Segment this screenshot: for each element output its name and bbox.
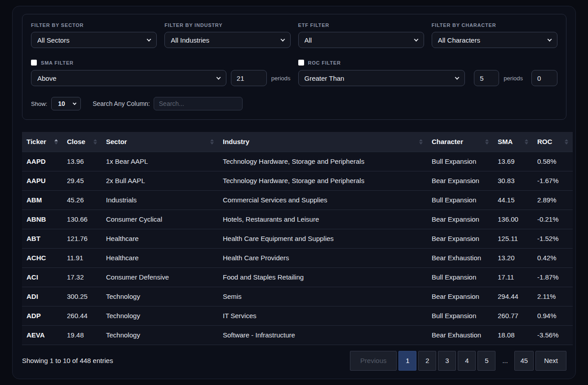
cell-close: 13.96 <box>62 152 102 171</box>
cell-sma: 30.83 <box>493 171 533 190</box>
cell-character: Bull Expansion <box>427 267 493 287</box>
sector-filter-group: FILTER BY SECTOR All Sectors <box>31 22 157 48</box>
table-row[interactable]: ADP260.44TechnologyIT ServicesBull Expan… <box>22 306 573 325</box>
filter-row-dropdowns: FILTER BY SECTOR All Sectors FILTER BY I… <box>31 22 557 48</box>
cell-close: 260.44 <box>62 306 102 325</box>
column-label: Character <box>432 138 463 145</box>
page-ellipsis: ... <box>497 357 513 364</box>
column-header-sector[interactable]: Sector <box>102 132 218 152</box>
show-entries-select[interactable]: 10 <box>51 97 81 110</box>
character-filter-group: FILTER BY CHARACTER All Characters <box>432 22 557 48</box>
industry-filter-select[interactable]: All Industries <box>164 32 290 48</box>
cell-character: Bear Expansion <box>427 229 493 248</box>
filter-row-table-controls: Show: 10 Search Any Column: <box>31 97 557 110</box>
column-header-ticker[interactable]: Ticker <box>22 132 62 152</box>
table-row[interactable]: AAPD13.961x Bear AAPLTechnology Hardware… <box>22 152 573 171</box>
cell-sector: Technology <box>102 306 218 325</box>
cell-sector: Industrials <box>102 190 218 210</box>
cell-sector: 2x Bull AAPL <box>102 171 218 190</box>
roc-threshold-input[interactable] <box>531 70 557 86</box>
cell-sector: Healthcare <box>102 248 218 267</box>
cell-sma: 13.69 <box>493 152 533 171</box>
page-button-2[interactable]: 2 <box>418 351 436 371</box>
cell-sma: 18.08 <box>493 325 533 345</box>
sma-condition-select[interactable]: Above <box>31 70 226 86</box>
table-row[interactable]: ABM45.26IndustrialsCommercial Services a… <box>22 190 573 210</box>
cell-roc: -3.56% <box>533 325 573 345</box>
sort-icon <box>93 139 97 144</box>
table-row[interactable]: ACHC11.91HealthcareHealth Care Providers… <box>22 248 573 267</box>
cell-roc: 0.42% <box>533 248 573 267</box>
cell-ticker: ADI <box>22 287 62 306</box>
table-row[interactable]: ADI300.25TechnologySemisBear Expansion29… <box>22 287 573 306</box>
column-header-industry[interactable]: Industry <box>218 132 427 152</box>
cell-close: 121.76 <box>62 229 102 248</box>
cell-roc: -1.87% <box>533 267 573 287</box>
cell-character: Bull Expansion <box>427 306 493 325</box>
table-header: TickerCloseSectorIndustryCharacterSMAROC <box>22 132 573 152</box>
roc-condition-select[interactable]: Greater Than <box>298 70 465 86</box>
table-footer: Showing 1 to 10 of 448 entries Previous1… <box>22 346 566 376</box>
cell-ticker: AEVA <box>22 325 62 345</box>
column-label: ROC <box>537 138 552 145</box>
column-header-close[interactable]: Close <box>62 132 102 152</box>
table-row[interactable]: ABNB130.66Consumer CyclicalHotels, Resta… <box>22 210 573 229</box>
previous-page-button[interactable]: Previous <box>350 351 397 371</box>
cell-sector: Technology <box>102 325 218 345</box>
cell-roc: 0.94% <box>533 306 573 325</box>
etf-filter-label: ETF FILTER <box>298 22 424 28</box>
cell-sma: 294.44 <box>493 287 533 306</box>
table-row[interactable]: ABT121.76HealthcareHealth Care Equipment… <box>22 229 573 248</box>
cell-ticker: ACHC <box>22 248 62 267</box>
cell-character: Bull Expansion <box>427 190 493 210</box>
search-column-label: Search Any Column: <box>93 100 150 107</box>
cell-industry: Technology Hardware, Storage and Periphe… <box>218 171 427 190</box>
sort-icon <box>54 139 58 144</box>
pagination: Previous12345...45Next <box>350 351 566 371</box>
cell-sma: 13.20 <box>493 248 533 267</box>
roc-filter-group: ROC FILTER Greater Than periods <box>298 60 558 86</box>
table-row[interactable]: ACI17.32Consumer DefensiveFood and Stapl… <box>22 267 573 287</box>
sort-icon <box>525 139 528 144</box>
etf-filter-select[interactable]: All <box>298 32 424 48</box>
column-header-character[interactable]: Character <box>427 132 493 152</box>
cell-sma: 136.00 <box>493 210 533 229</box>
cell-industry: Software - Infrastructure <box>218 325 427 345</box>
cell-close: 300.25 <box>62 287 102 306</box>
cell-character: Bear Exhaustion <box>427 248 493 267</box>
screener-table: TickerCloseSectorIndustryCharacterSMAROC… <box>22 132 573 345</box>
next-page-button[interactable]: Next <box>535 351 566 371</box>
sma-filter-checkbox[interactable] <box>31 60 37 66</box>
cell-roc: -1.52% <box>533 229 573 248</box>
character-filter-select[interactable]: All Characters <box>432 32 557 48</box>
cell-sma: 17.11 <box>493 267 533 287</box>
column-header-roc[interactable]: ROC <box>533 132 573 152</box>
roc-filter-checkbox[interactable] <box>298 60 304 66</box>
search-input[interactable] <box>154 97 243 110</box>
cell-industry: Technology Hardware, Storage and Periphe… <box>218 152 427 171</box>
cell-sma: 44.15 <box>493 190 533 210</box>
cell-industry: Semis <box>218 287 427 306</box>
page-button-3[interactable]: 3 <box>438 351 456 371</box>
roc-filter-label: ROC FILTER <box>308 60 341 66</box>
cell-roc: -0.21% <box>533 210 573 229</box>
cell-character: Bull Expansion <box>427 152 493 171</box>
page-button-1[interactable]: 1 <box>398 351 416 371</box>
page-button-5[interactable]: 5 <box>477 351 495 371</box>
table-row[interactable]: AEVA19.48TechnologySoftware - Infrastruc… <box>22 325 573 345</box>
cell-ticker: ACI <box>22 267 62 287</box>
page-button-4[interactable]: 4 <box>458 351 476 371</box>
page-button-45[interactable]: 45 <box>514 351 534 371</box>
sma-periods-input[interactable] <box>231 70 267 86</box>
cell-sector: Healthcare <box>102 229 218 248</box>
cell-roc: 2.89% <box>533 190 573 210</box>
cell-sector: Technology <box>102 287 218 306</box>
column-label: Ticker <box>27 138 46 145</box>
cell-character: Bear Expansion <box>427 171 493 190</box>
sector-filter-select[interactable]: All Sectors <box>31 32 157 48</box>
table-row[interactable]: AAPU29.452x Bull AAPLTechnology Hardware… <box>22 171 573 190</box>
column-header-sma[interactable]: SMA <box>493 132 533 152</box>
cell-ticker: ABNB <box>22 210 62 229</box>
entries-summary: Showing 1 to 10 of 448 entries <box>22 357 113 364</box>
roc-periods-input[interactable] <box>474 70 499 86</box>
